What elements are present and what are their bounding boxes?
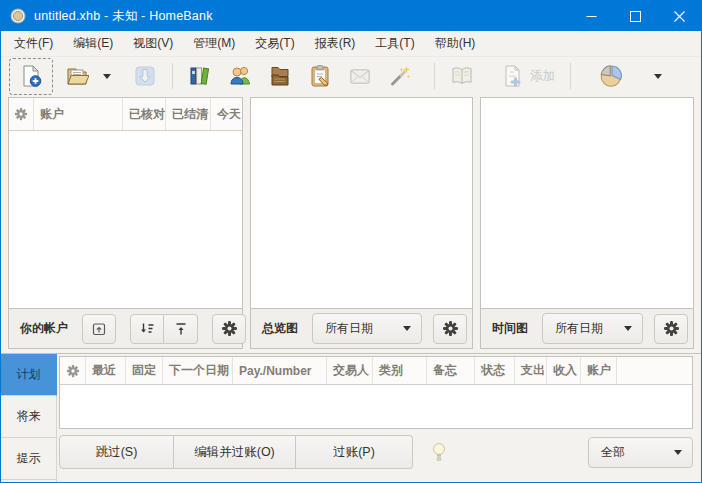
overview-daterange-value: 所有日期 <box>325 320 373 337</box>
sched-column-status[interactable]: 状态 <box>475 357 515 384</box>
accounts-column-reconciled[interactable]: 已核对 <box>123 98 166 130</box>
tab-future[interactable]: 将来 <box>1 396 57 438</box>
overview-footer: 总览图 所有日期 <box>251 308 472 348</box>
open-file-button[interactable] <box>57 60 97 93</box>
menu-help[interactable]: 帮助(H) <box>425 31 486 56</box>
scheduled-filter-value: 全部 <box>601 444 625 461</box>
time-settings-button[interactable] <box>654 314 688 344</box>
maximize-button[interactable] <box>613 1 657 31</box>
open-recent-dropdown-button[interactable] <box>97 60 117 93</box>
time-label: 时间图 <box>492 320 528 337</box>
tab-scheduled[interactable]: 计划 <box>1 354 57 396</box>
add-transaction-icon <box>500 64 524 88</box>
sched-column-memo[interactable]: 备忘 <box>427 357 475 384</box>
open-account-window-button[interactable] <box>82 314 116 344</box>
sched-column-payee[interactable]: 交易人 <box>327 357 373 384</box>
scheduled-clipboard-icon <box>308 64 332 88</box>
sched-column-expense[interactable]: 支出 <box>515 357 547 384</box>
bottom-pane: 计划 将来 提示 最近 固定 下一个日期 Pay./Number <box>1 353 701 482</box>
overview-daterange-dropdown[interactable]: 所有日期 <box>312 313 422 344</box>
accounts-footer-label: 你的帐户 <box>20 320 68 337</box>
menu-view[interactable]: 视图(V) <box>123 31 183 56</box>
sched-column-category[interactable]: 类别 <box>373 357 427 384</box>
open-window-icon <box>91 321 107 337</box>
time-panel: 时间图 所有日期 <box>480 97 694 349</box>
scheduled-filter-dropdown[interactable]: 全部 <box>588 437 693 468</box>
time-daterange-dropdown[interactable]: 所有日期 <box>542 313 643 344</box>
sched-column-account[interactable]: 账户 <box>581 357 617 384</box>
chevron-down-icon <box>654 74 662 79</box>
accounts-column-today[interactable]: 今天 <box>211 98 242 130</box>
chevron-down-icon <box>403 326 411 331</box>
expand-collapse-group <box>130 314 198 344</box>
expand-all-button[interactable] <box>130 314 164 344</box>
menubar: 文件(F) 编辑(E) 视图(V) 管理(M) 交易(T) 报表(R) 工具(T… <box>1 31 701 57</box>
menu-transactions[interactable]: 交易(T) <box>245 31 304 56</box>
menu-edit[interactable]: 编辑(E) <box>63 31 123 56</box>
overview-chart-area <box>251 98 472 308</box>
save-icon <box>133 64 157 88</box>
titlebar: untitled.xhb - 未知 - HomeBank <box>1 1 701 31</box>
sched-column-nextdate[interactable]: 下一个日期 <box>163 357 233 384</box>
maximize-icon <box>630 11 641 22</box>
skip-button[interactable]: 跳过(S) <box>59 435 174 469</box>
accounts-books-icon <box>188 64 212 88</box>
save-file-button[interactable] <box>125 60 165 93</box>
collapse-all-icon <box>173 321 189 337</box>
sched-column-fixed[interactable]: 固定 <box>126 357 163 384</box>
overview-panel: 总览图 所有日期 <box>250 97 473 349</box>
accounts-footer: 你的帐户 <box>9 308 242 348</box>
menu-reports[interactable]: 报表(R) <box>305 31 366 56</box>
edit-and-post-button[interactable]: 编辑并过账(O) <box>174 435 296 469</box>
chevron-down-icon <box>624 326 632 331</box>
collapse-all-button[interactable] <box>164 314 198 344</box>
main-panes: 账户 已核对 已结清 今天 你的帐户 <box>1 95 701 353</box>
toolbar-separator <box>172 63 173 89</box>
accounts-list-body <box>9 131 242 308</box>
accounts-column-account[interactable]: 账户 <box>34 98 123 130</box>
new-file-button[interactable] <box>11 60 51 93</box>
lightbulb-icon[interactable] <box>431 442 447 462</box>
magic-wand-icon <box>388 64 412 88</box>
toolbar-separator <box>570 63 571 89</box>
sched-column-paynumber[interactable]: Pay./Number <box>233 357 327 384</box>
add-transaction-button[interactable]: 添加 <box>492 60 563 93</box>
reports-button[interactable] <box>590 60 632 93</box>
minimize-button[interactable] <box>569 1 613 31</box>
show-ledger-button[interactable] <box>442 60 482 93</box>
open-folder-icon <box>65 64 89 88</box>
gear-icon <box>14 107 28 121</box>
menu-manage[interactable]: 管理(M) <box>183 31 245 56</box>
gear-icon <box>663 320 680 337</box>
manage-categories-button[interactable] <box>260 60 300 93</box>
manage-scheduled-button[interactable] <box>300 60 340 93</box>
scheduled-list-header: 最近 固定 下一个日期 Pay./Number 交易人 类别 备忘 状态 支出 … <box>60 357 692 385</box>
manage-accounts-button[interactable] <box>180 60 220 93</box>
close-button[interactable] <box>657 1 701 31</box>
manage-payees-button[interactable] <box>220 60 260 93</box>
expand-all-icon <box>139 321 155 337</box>
auto-assign-button[interactable] <box>380 60 420 93</box>
scheduled-actionbar: 跳过(S) 编辑并过账(O) 过账(P) 全部 <box>59 432 693 472</box>
tab-tips[interactable]: 提示 <box>1 438 57 480</box>
ledger-book-icon <box>450 64 474 88</box>
post-button[interactable]: 过账(P) <box>296 435 413 469</box>
accounts-column-cleared[interactable]: 已结清 <box>166 98 211 130</box>
menu-tools[interactable]: 工具(T) <box>365 31 424 56</box>
accounts-settings-button[interactable] <box>212 314 246 344</box>
new-file-icon <box>19 64 43 88</box>
menu-file[interactable]: 文件(F) <box>4 31 63 56</box>
accounts-panel: 账户 已核对 已结清 今天 你的帐户 <box>8 97 243 349</box>
sched-column-late[interactable]: 最近 <box>86 357 126 384</box>
overview-settings-button[interactable] <box>433 314 467 344</box>
mail-button[interactable] <box>340 60 380 93</box>
mail-envelope-icon <box>348 64 372 88</box>
reports-pie-icon <box>598 63 624 89</box>
scheduled-list-body <box>60 385 692 428</box>
bottom-tabstrip: 计划 将来 提示 <box>1 354 57 482</box>
homebank-app-icon <box>10 8 26 24</box>
sched-column-income[interactable]: 收入 <box>547 357 581 384</box>
scheduled-columns-gear-button[interactable] <box>60 357 86 384</box>
accounts-columns-gear-button[interactable] <box>9 98 34 130</box>
reports-dropdown-button[interactable] <box>648 60 668 93</box>
